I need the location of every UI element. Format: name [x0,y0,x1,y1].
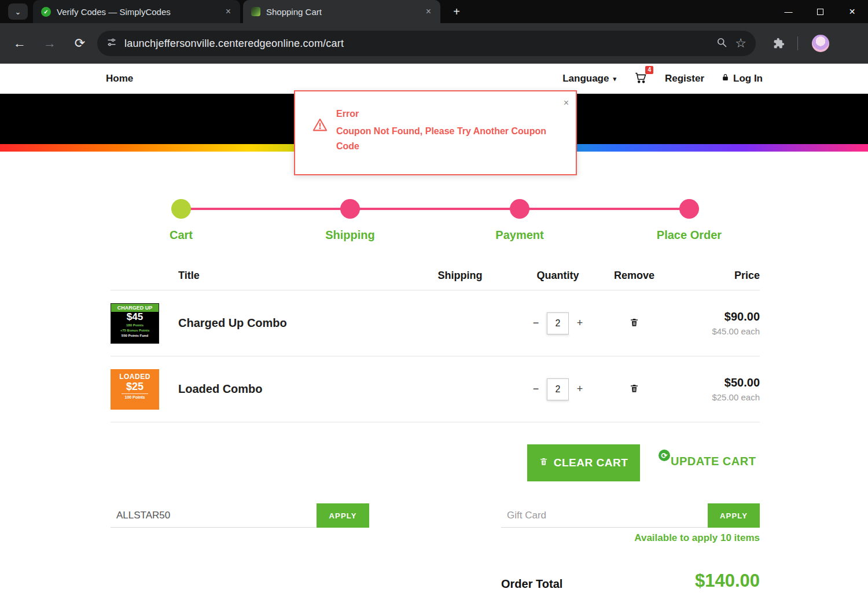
error-dialog: × Error Coupon Not Found, Please Try Ano… [294,90,577,175]
thumb-line: 100 Points [111,395,159,399]
site-settings-icon[interactable] [106,37,117,50]
tab-verify-codes[interactable]: ✓ Verify Codes — SimplyCodes × [33,0,240,23]
thumb-band-text: LOADED [111,373,159,381]
step-dot-shipping [340,199,360,219]
window-controls: — ✕ [773,0,868,23]
step-dot-cart [171,199,191,219]
update-cart-label: UPDATE CART [671,455,756,468]
tab-shopping-cart[interactable]: Shopping Cart × [243,0,440,23]
error-message: Coupon Not Found, Please Try Another Cou… [336,124,551,154]
bookmark-star-icon[interactable]: ☆ [735,37,746,50]
tab-title: Shopping Cart [266,7,419,17]
thumb-amount: $45 [111,312,159,323]
window-minimize-button[interactable]: — [773,0,804,23]
close-icon[interactable]: × [425,6,432,17]
item-title: Charged Up Combo [178,316,411,330]
tab-search-button[interactable]: ⌄ [8,3,28,20]
item-unit-price: $45.00 each [662,326,760,336]
cart-table-header: Title Shipping Quantity Remove Price [111,263,760,290]
nav-cart-button[interactable]: 4 [634,71,648,86]
trash-icon [630,386,639,395]
window-maximize-button[interactable] [804,0,836,23]
gift-card-input[interactable] [501,503,708,528]
quantity-stepper: − 2 + [525,312,591,334]
close-icon[interactable]: × [225,6,232,17]
quantity-increase-button[interactable]: + [569,378,591,400]
search-icon[interactable] [716,36,727,50]
item-unit-price: $25.00 each [662,392,760,402]
nav-register-link[interactable]: Register [665,73,704,84]
chevron-down-icon: ⌄ [15,8,21,16]
forward-arrow-icon: → [43,36,56,51]
back-button[interactable]: ← [7,31,32,56]
stepper-line [181,208,689,210]
quantity-value[interactable]: 2 [547,312,569,334]
close-icon[interactable]: × [564,98,569,108]
quantity-decrease-button[interactable]: − [525,378,547,400]
lock-icon [722,73,729,84]
nav-login-link[interactable]: Log In [722,73,763,84]
availability-text: Available to apply [634,532,718,543]
language-label: Language [562,73,609,84]
coupon-apply-button[interactable]: APPLY [317,503,369,528]
table-row: CHARGED UP $45 180 Points +75 Bonus Poin… [111,290,760,356]
browser-tab-strip: ⌄ ✓ Verify Codes — SimplyCodes × Shoppin… [0,0,868,23]
thumb-band-text: CHARGED UP [111,304,159,312]
extensions-puzzle-icon[interactable] [773,38,785,49]
step-label-place-order: Place Order [657,229,722,242]
gift-card-apply-button[interactable]: APPLY [708,503,760,528]
step-label-payment: Payment [495,229,543,242]
quantity-decrease-button[interactable]: − [525,312,547,334]
quantity-stepper: − 2 + [525,378,591,400]
plus-icon: + [453,5,460,19]
close-icon: ✕ [849,7,856,16]
nav-home-link[interactable]: Home [106,73,133,84]
header-price: Price [662,270,760,282]
step-label-cart: Cart [170,229,193,242]
shopping-cart-favicon [251,7,260,16]
quantity-increase-button[interactable]: + [569,312,591,334]
new-tab-button[interactable]: + [448,3,465,20]
back-arrow-icon: ← [13,36,26,51]
error-title: Error [336,109,551,119]
remove-item-button[interactable] [630,383,639,395]
coupon-input[interactable] [111,503,317,528]
error-dialog-body: Error Coupon Not Found, Please Try Anoth… [311,109,558,154]
order-total-amount: $140.00 [695,570,760,591]
update-cart-button[interactable]: ⟳ UPDATE CART [659,455,756,468]
table-row: LOADED $25 100 Points Loaded Combo − 2 + [111,356,760,422]
thumb-line: 180 Points [111,323,159,328]
tab-title: Verify Codes — SimplyCodes [57,7,219,17]
reload-icon: ⟳ [75,36,85,51]
step-dot-place-order [679,199,699,219]
forward-button[interactable]: → [37,31,62,56]
item-price: $50.00 [662,376,760,389]
remove-item-button[interactable] [630,317,639,329]
window-close-button[interactable]: ✕ [836,0,868,23]
step-dot-payment [510,199,529,219]
cart-table: Title Shipping Quantity Remove Price CHA… [111,263,760,422]
site-navbar: Home Language ▾ 4 Register Log In [0,64,868,94]
item-title: Loaded Combo [178,382,411,396]
header-title: Title [178,270,411,282]
minimize-icon: — [785,7,793,16]
item-price: $90.00 [662,310,760,323]
clear-cart-button[interactable]: CLEAR CART [527,444,640,481]
url-text[interactable]: launchjeffersonville.centeredgeonline.co… [124,38,344,50]
language-selector[interactable]: Language ▾ [562,73,616,84]
header-remove: Remove [606,270,662,282]
maximize-icon [817,9,823,15]
trash-icon [539,457,548,469]
product-thumbnail: CHARGED UP $45 180 Points +75 Bonus Poin… [111,303,159,344]
reload-button[interactable]: ⟳ [67,31,93,56]
thumb-line: 550 Points Fund [111,333,159,338]
gift-card-availability: Available to apply 10 items [634,532,760,544]
quantity-value[interactable]: 2 [547,378,569,400]
browser-toolbar: ← → ⟳ launchjeffersonville.centeredgeonl… [0,23,868,64]
chevron-down-icon: ▾ [613,75,616,83]
refresh-icon: ⟳ [659,450,670,461]
checkout-progress-stepper: Cart Shipping Payment Place Order [111,199,760,245]
thumb-amount: $25 [122,381,148,395]
profile-avatar[interactable] [812,35,829,52]
address-bar[interactable]: launchjeffersonville.centeredgeonline.co… [97,31,756,56]
